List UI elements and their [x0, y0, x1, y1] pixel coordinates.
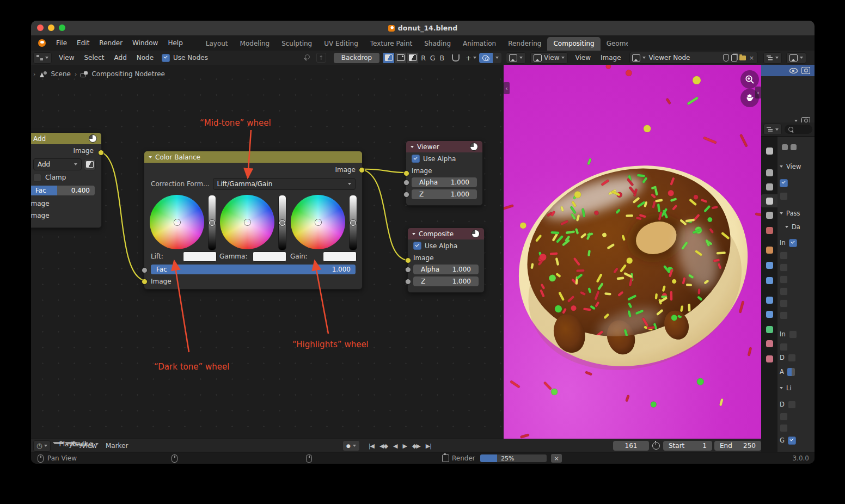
image-output-socket[interactable] [359, 167, 365, 173]
properties-row[interactable] [780, 411, 812, 421]
input-socket[interactable] [405, 267, 411, 273]
editor-type-button[interactable] [506, 52, 526, 64]
lift-color-swatch[interactable] [183, 251, 217, 262]
properties-row[interactable]: D [780, 353, 812, 362]
properties-row[interactable]: In [780, 329, 812, 339]
row-slider[interactable] [787, 368, 795, 376]
row-checkbox[interactable] [780, 263, 788, 272]
workspace-tab[interactable]: Rendering [502, 37, 547, 51]
image-input-socket[interactable] [405, 257, 411, 263]
fac-slider[interactable]: Fac 1.000 [151, 265, 356, 274]
frame-start-field[interactable]: Start 1 [663, 441, 712, 451]
properties-row[interactable] [780, 191, 812, 201]
image-viewer-region[interactable]: ‹ ‹ [504, 65, 762, 439]
use-alpha-row[interactable]: Use Alpha [406, 152, 482, 165]
pin-icon[interactable] [303, 54, 310, 62]
blend-mode-dropdown[interactable]: Add [33, 158, 82, 170]
timeline-menu-item[interactable]: Marker [101, 442, 132, 450]
image-toggle-button[interactable] [84, 159, 96, 170]
color-balance-node-header[interactable]: Color Balance [144, 151, 362, 163]
properties-tab-view-layer[interactable] [761, 194, 777, 207]
properties-tab-particles[interactable] [761, 274, 777, 287]
properties-row[interactable] [780, 274, 812, 284]
collapse-icon[interactable] [412, 233, 415, 235]
stopwatch-icon[interactable] [652, 442, 660, 450]
add-node[interactable]: Add Image Add Clamp [31, 132, 102, 228]
add-node-header[interactable]: Add [31, 133, 101, 144]
lift-value-slider[interactable] [208, 195, 216, 250]
menu-item[interactable]: Window [127, 39, 163, 47]
gamma-color-swatch[interactable] [253, 251, 286, 262]
transport-button-prev-keyframe[interactable]: ◀◆ [377, 441, 390, 451]
properties-tab-physics[interactable] [761, 293, 777, 306]
overlays-dropdown[interactable] [493, 53, 501, 63]
properties-tab-texture[interactable] [761, 352, 777, 365]
workspace-tab[interactable]: Layout [200, 37, 234, 51]
properties-row[interactable]: Li [780, 383, 812, 393]
properties-row[interactable]: Da [780, 222, 812, 232]
value-field[interactable]: Alpha 1.000 [413, 265, 479, 274]
collapse-icon[interactable] [149, 156, 152, 158]
scene-context-icon[interactable] [782, 144, 788, 150]
zoom-in-button[interactable] [740, 70, 759, 89]
image-input-socket[interactable] [403, 170, 409, 176]
viewlayer-context-icon[interactable] [791, 144, 797, 150]
channel-letter-button[interactable]: B [438, 54, 447, 62]
use-alpha-checkbox[interactable] [413, 242, 421, 250]
workspace-tab[interactable]: Compositing [547, 37, 600, 51]
transport-button-next-keyframe[interactable]: ◆▶ [410, 441, 422, 451]
auto-keying-toggle[interactable]: ● [342, 440, 360, 451]
wheel-cursor[interactable] [244, 219, 250, 225]
gain-color-swatch[interactable] [323, 251, 357, 262]
properties-tab-material[interactable] [761, 337, 777, 350]
row-checkbox[interactable] [780, 424, 788, 432]
value-field[interactable]: Z 1.000 [413, 276, 479, 286]
snap-magnet-icon[interactable] [452, 54, 460, 62]
fac-slider[interactable]: Fac 0.400 [31, 186, 95, 195]
workspace-tab[interactable]: Texture Paint [364, 37, 418, 51]
backdrop-color-button[interactable] [395, 52, 407, 64]
workspace-tab[interactable]: Shading [418, 37, 457, 51]
row-checkbox[interactable] [780, 413, 788, 421]
backdrop-color-alpha-button[interactable] [383, 52, 395, 64]
outliner-panel[interactable] [761, 65, 815, 123]
menu-item[interactable]: Node [132, 54, 158, 62]
row-checkbox[interactable] [788, 437, 796, 445]
wheel-cursor[interactable] [174, 219, 180, 225]
properties-row[interactable] [780, 250, 812, 260]
expand-icon[interactable]: › [33, 71, 35, 78]
menu-item[interactable]: Select [79, 54, 109, 62]
properties-row[interactable] [780, 298, 812, 308]
blender-logo-icon[interactable] [36, 39, 48, 47]
row-checkbox[interactable] [780, 192, 788, 200]
row-checkbox[interactable] [780, 299, 788, 308]
menu-item[interactable]: Image [596, 54, 626, 62]
outliner-filter-button[interactable] [786, 52, 806, 64]
use-alpha-checkbox[interactable] [412, 155, 420, 163]
menu-item[interactable]: Help [163, 39, 187, 47]
row-checkbox[interactable] [788, 401, 796, 409]
properties-tab-render[interactable] [761, 166, 777, 179]
backdrop-alpha-button[interactable] [407, 52, 419, 64]
collapse-icon[interactable] [411, 146, 414, 148]
clamp-checkbox[interactable] [33, 174, 41, 182]
row-checkbox[interactable] [789, 330, 797, 339]
editor-type-button[interactable] [33, 52, 52, 64]
properties-row[interactable]: View [780, 162, 812, 171]
viewer-node[interactable]: Viewer Use Alpha Image [406, 140, 483, 206]
row-checkbox[interactable] [780, 275, 788, 284]
properties-row[interactable] [780, 178, 812, 188]
workspace-tab[interactable]: Sculpting [275, 37, 318, 51]
properties-row[interactable]: A [780, 367, 812, 377]
gamma-value-slider[interactable] [278, 195, 286, 250]
row-checkbox[interactable] [788, 354, 796, 362]
visibility-eye-icon[interactable] [789, 68, 798, 73]
properties-tab-data[interactable] [761, 323, 777, 336]
properties-row[interactable] [780, 423, 812, 433]
transport-button-jump-start[interactable]: |◀ [366, 441, 376, 451]
workspace-tab[interactable]: UV Editing [318, 37, 364, 51]
menu-item[interactable]: Add [109, 54, 132, 62]
row-checkbox[interactable] [780, 179, 788, 187]
use-nodes-toggle[interactable]: Use Nodes [162, 54, 208, 62]
menu-item[interactable]: Render [94, 39, 127, 47]
